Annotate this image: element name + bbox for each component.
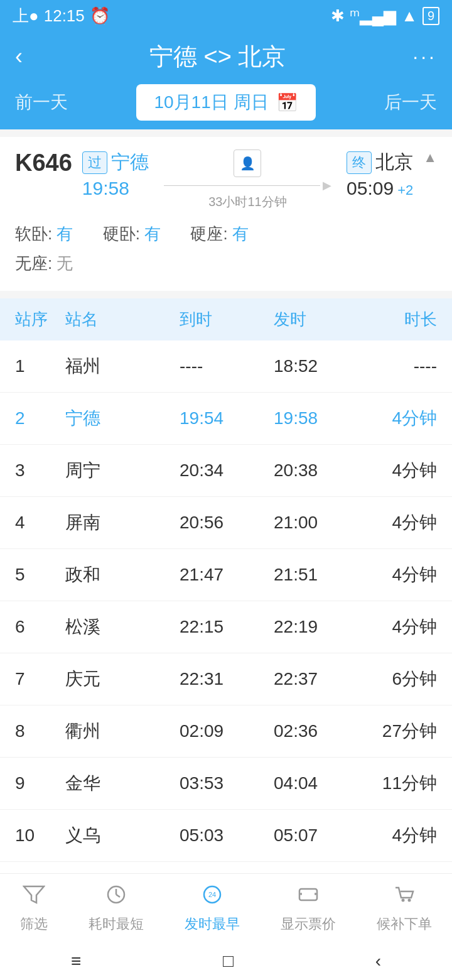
cell-name: 福州 — [65, 354, 180, 378]
cell-seq: 5 — [15, 565, 65, 585]
alarm-icon: ⏰ — [90, 6, 110, 26]
cell-arrive: 22:15 — [180, 617, 274, 637]
nav-price[interactable]: 显示票价 — [281, 883, 336, 934]
cell-depart: 05:07 — [274, 825, 368, 846]
cell-arrive: ---- — [180, 356, 274, 376]
col-header-arrive: 到时 — [180, 308, 274, 330]
svg-rect-6 — [299, 889, 317, 900]
cell-depart: 19:58 — [274, 408, 368, 428]
nav-price-label: 显示票价 — [281, 915, 336, 934]
cell-duration: 4分钟 — [368, 511, 437, 535]
nav-earliest-label: 发时最早 — [185, 915, 240, 934]
depart-time: 19:58 — [82, 178, 129, 199]
cell-arrive: 05:03 — [180, 825, 274, 846]
nav-waitlist[interactable]: 候补下单 — [377, 883, 432, 934]
cell-name: 周宁 — [65, 459, 180, 482]
nav-filter[interactable]: 筛选 — [20, 883, 48, 934]
cell-name: 宁德 — [65, 406, 180, 430]
date-nav: 前一天 10月11日 周日 📅 后一天 — [0, 82, 452, 129]
cell-name: 衢州 — [65, 719, 180, 743]
table-row[interactable]: 10 义乌 05:03 05:07 4分钟 — [0, 810, 452, 862]
cell-name: 松溪 — [65, 615, 180, 639]
cell-duration: 4分钟 — [368, 824, 437, 847]
cell-duration: 4分钟 — [368, 406, 437, 430]
arrive-station-name: 北京 — [375, 150, 413, 175]
hard-sleeper-label: 硬卧: — [103, 224, 144, 243]
home-button[interactable]: □ — [223, 951, 234, 971]
day-offset: +2 — [397, 182, 413, 199]
bluetooth-icon: ✱ — [331, 6, 345, 26]
clock24-icon: 24 — [201, 883, 223, 911]
cell-duration: ---- — [368, 356, 437, 376]
table-row[interactable]: 3 周宁 20:34 20:38 4分钟 — [0, 445, 452, 497]
cell-name: 义乌 — [65, 824, 180, 847]
cart-icon — [393, 883, 416, 911]
cell-depart: 22:37 — [274, 669, 368, 689]
col-header-name: 站名 — [65, 308, 180, 330]
date-picker[interactable]: 10月11日 周日 📅 — [136, 84, 315, 121]
menu-button[interactable]: ≡ — [71, 951, 81, 971]
passenger-icon: 👤 — [234, 150, 261, 177]
table-row[interactable]: 1 福州 ---- 18:52 ---- — [0, 340, 452, 393]
next-day-button[interactable]: 后一天 — [384, 90, 437, 114]
collapse-button[interactable]: ▲ — [423, 150, 437, 166]
cell-depart: 20:38 — [274, 460, 368, 481]
cell-seq: 2 — [15, 408, 65, 428]
hard-sleeper-value: 有 — [144, 224, 161, 243]
table-row[interactable]: 9 金华 03:53 04:04 11分钟 — [0, 758, 452, 810]
cell-depart: 18:52 — [274, 356, 368, 376]
system-back-button[interactable]: ‹ — [375, 951, 381, 971]
hard-seat-value: 有 — [232, 224, 249, 243]
nav-earliest[interactable]: 24 发时最早 — [185, 883, 240, 934]
station-list: 1 福州 ---- 18:52 ---- 2 宁德 19:54 19:58 4分… — [0, 340, 452, 914]
route-line: 👤 ▶ 33小时11分钟 — [159, 150, 336, 210]
table-row[interactable]: 5 政和 21:47 21:51 4分钟 — [0, 549, 452, 601]
cell-name: 屏南 — [65, 511, 180, 535]
cell-depart: 21:00 — [274, 513, 368, 533]
page-title: 宁德 <> 北京 — [23, 41, 412, 73]
more-options-button[interactable]: ··· — [412, 45, 437, 68]
filter-icon — [23, 883, 45, 911]
table-row[interactable]: 7 庆元 22:31 22:37 6分钟 — [0, 653, 452, 705]
cell-arrive: 20:34 — [180, 460, 274, 481]
cell-name: 政和 — [65, 563, 180, 587]
hard-seat-label: 硬座: — [190, 224, 232, 243]
table-row[interactable]: 4 屏南 20:56 21:00 4分钟 — [0, 497, 452, 549]
table-row[interactable]: 8 衢州 02:09 02:36 27分钟 — [0, 705, 452, 758]
train-number: K646 — [15, 150, 72, 177]
nav-shortest[interactable]: 耗时最短 — [89, 883, 144, 934]
cell-depart: 22:19 — [274, 617, 368, 637]
soft-sleeper-value: 有 — [56, 224, 73, 243]
cell-depart: 21:51 — [274, 565, 368, 585]
seat-info: 软卧: 有 硬卧: 有 硬座: 有 无座: 无 — [15, 219, 437, 278]
cell-duration: 4分钟 — [368, 563, 437, 587]
ticket-icon — [297, 883, 320, 911]
no-seat-label: 无座: — [15, 254, 56, 273]
cell-seq: 10 — [15, 825, 65, 846]
svg-marker-0 — [24, 886, 44, 903]
col-header-depart: 发时 — [274, 308, 368, 330]
cell-name: 庆元 — [65, 667, 180, 691]
route-arrow: ▶ — [164, 178, 331, 192]
battery-icon: 9 — [422, 7, 439, 25]
time-label: 12:15 — [44, 6, 85, 26]
wifi-icon: ▲ — [401, 6, 417, 26]
svg-line-3 — [116, 895, 120, 897]
soft-sleeper-label: 软卧: — [15, 224, 56, 243]
nav-filter-label: 筛选 — [20, 915, 48, 934]
cell-seq: 1 — [15, 356, 65, 376]
table-row[interactable]: 6 松溪 22:15 22:19 4分钟 — [0, 601, 452, 653]
cell-depart: 02:36 — [274, 721, 368, 741]
cell-seq: 7 — [15, 669, 65, 689]
arrive-time: 05:09 — [347, 178, 394, 199]
cell-duration: 4分钟 — [368, 615, 437, 639]
prev-day-button[interactable]: 前一天 — [15, 90, 68, 114]
cell-duration: 11分钟 — [368, 771, 437, 795]
back-button[interactable]: ‹ — [15, 43, 23, 70]
cell-arrive: 20:56 — [180, 513, 274, 533]
route-duration: 33小时11分钟 — [208, 193, 287, 210]
status-bar: 上● 12:15 ⏰ ✱ ᵐ▂▄▆ ▲ 9 — [0, 0, 452, 31]
svg-point-7 — [401, 899, 404, 902]
calendar-icon: 📅 — [276, 92, 298, 113]
table-row[interactable]: 2 宁德 19:54 19:58 4分钟 — [0, 393, 452, 445]
